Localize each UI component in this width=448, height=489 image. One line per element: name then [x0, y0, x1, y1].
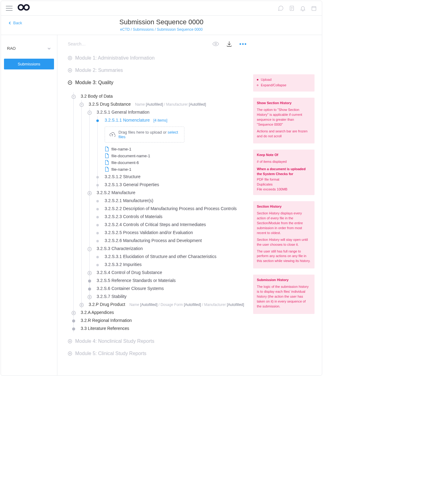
dropzone-text: Drag files here to upload or select file…: [118, 130, 180, 139]
chat-icon[interactable]: [278, 5, 284, 11]
file-icon: [105, 167, 109, 172]
file-dropzone[interactable]: Drag files here to upload or select file…: [105, 127, 184, 143]
tree-node[interactable]: 3.2 Body of Data: [71, 92, 247, 100]
page-title: Submission Sequence 0000: [8, 18, 315, 26]
app-logo: [17, 4, 31, 13]
collapse-icon: [87, 111, 92, 115]
tree-node[interactable]: 3.3 Literature References: [71, 324, 247, 332]
svg-point-1: [24, 5, 29, 10]
tree-node[interactable]: 3.2.S.2.4 Controls of Critical Steps and…: [95, 221, 247, 229]
expand-icon: [68, 339, 72, 343]
tree-node[interactable]: 3.2.A Appendices: [71, 308, 247, 316]
tree-node[interactable]: 3.2.S.2.5 Process Validation and/or Eval…: [95, 229, 247, 237]
tree-module-3[interactable]: Module 3: Quality: [68, 80, 247, 85]
meta-name: Name [Autofilled] / Manufacturer [Autofi…: [135, 102, 206, 107]
tree-node[interactable]: 3.2.S.2.2 Description of Manufacturing P…: [95, 205, 247, 213]
tree-node[interactable]: 3.2.S.3.2 Impurities: [95, 260, 247, 268]
back-label: Back: [13, 21, 22, 25]
svg-rect-6: [312, 6, 316, 10]
tree-node[interactable]: 3.2.S.2.6 Manufacturing Process and Deve…: [95, 237, 247, 244]
tree-node[interactable]: 3.2.S.6 Container Closure Systems: [87, 284, 247, 292]
dot-icon: [95, 119, 100, 123]
tree-node[interactable]: 3.2.S.2 Manufacture: [87, 189, 247, 197]
project-selector[interactable]: RAO: [4, 44, 54, 53]
annotation-note: Submission History The logic of the subm…: [253, 275, 315, 314]
annotation-note: Section History Section History displays…: [253, 201, 315, 268]
tree-node[interactable]: 3.2.S.1.2 Structure: [95, 173, 247, 181]
collapse-icon: [87, 247, 92, 251]
tree-node[interactable]: 3.2.S.1.1 Nomenclature [4 items]: [95, 116, 247, 124]
tree-node[interactable]: 3.2.P Drug Product Name [Autofilled] / D…: [79, 300, 247, 308]
expand-icon: [87, 191, 92, 195]
visibility-icon[interactable]: [212, 41, 219, 47]
module-label: Module 5: Clinical Study Reports: [75, 351, 146, 356]
sidebar-item-submissions[interactable]: Submissions: [4, 59, 54, 69]
tree-node[interactable]: 3.2.S.1.3 General Properties: [95, 181, 247, 189]
tree-node[interactable]: 3.2.S.5 Reference Standards or Materials: [87, 276, 247, 284]
cloud-upload-icon: [109, 131, 115, 138]
tree-module-2[interactable]: Module 2: Summaries: [68, 68, 247, 73]
chevron-left-icon: [8, 22, 11, 25]
tree-module-1[interactable]: Module 1: Administrative Information: [68, 55, 247, 61]
back-button[interactable]: Back: [8, 21, 22, 25]
download-icon[interactable]: [226, 41, 233, 47]
file-item[interactable]: file-document-name-1: [105, 152, 247, 159]
file-item[interactable]: file-document-6: [105, 159, 247, 166]
chevron-down-icon: [47, 47, 51, 50]
file-icon: [105, 160, 109, 165]
calendar-icon[interactable]: [311, 5, 317, 11]
collapse-icon: [71, 95, 76, 99]
expand-icon: [71, 311, 76, 315]
expand-icon: [68, 68, 72, 72]
annotation-note: Show Section History The option to "Show…: [253, 98, 315, 144]
svg-point-0: [18, 5, 24, 10]
expand-icon: [68, 56, 72, 60]
svg-point-8: [215, 43, 217, 45]
file-icon: [105, 153, 109, 158]
expand-icon: [68, 351, 72, 356]
tree-node[interactable]: 3.2.S.3 Characterization: [87, 244, 247, 252]
tree-module-5[interactable]: Module 5: Clinical Study Reports: [68, 351, 247, 356]
breadcrumb[interactable]: eCTD / Submissions / Submission Sequence…: [8, 27, 315, 32]
menu-button[interactable]: [6, 6, 13, 11]
expand-icon: [79, 303, 84, 307]
tree-node[interactable]: 3.2.R Regional Information: [71, 316, 247, 324]
project-name: RAO: [7, 46, 16, 51]
tree-module-4[interactable]: Module 4: Nonclinical Study Reports: [68, 338, 247, 344]
module-label: Module 2: Summaries: [75, 68, 123, 73]
tree-node[interactable]: 3.2.S Drug Substance Name [Autofilled] /…: [79, 100, 247, 108]
module-label: Module 1: Administrative Information: [75, 55, 155, 61]
module-label: Module 3: Quality: [75, 80, 114, 85]
document-icon[interactable]: [289, 5, 295, 11]
tree-node[interactable]: 3.2.S.4 Control of Drug Substance: [87, 268, 247, 276]
module-label: Module 4: Nonclinical Study Reports: [75, 338, 154, 344]
tree-node[interactable]: 3.2.S.3.1 Elucidation of Structure and o…: [95, 252, 247, 260]
bell-icon[interactable]: [300, 5, 306, 11]
item-count: [4 items]: [153, 118, 167, 123]
tree-node[interactable]: 3.2.S.7 Stability: [87, 292, 247, 300]
annotation-note: Keep Note Of # of items displayed When a…: [253, 150, 315, 195]
tree-node[interactable]: 3.2.S.2.3 Controls of Materials: [95, 213, 247, 221]
collapse-icon: [79, 103, 84, 107]
tree-node[interactable]: 3.2.S.1 General Information: [87, 108, 247, 116]
annotation-note: Upload Expand/Collapse: [253, 74, 315, 92]
file-item[interactable]: file-name-1: [105, 146, 247, 152]
file-icon: [105, 147, 109, 151]
expand-icon: [87, 271, 92, 275]
expand-icon: [87, 295, 92, 299]
collapse-icon: [68, 80, 72, 85]
file-item[interactable]: file-name-1: [105, 166, 247, 173]
tree-node[interactable]: 3.2.S.2.1 Manufacturer(s): [95, 197, 247, 205]
search-input[interactable]: [68, 41, 206, 46]
more-icon[interactable]: •••: [239, 41, 247, 47]
